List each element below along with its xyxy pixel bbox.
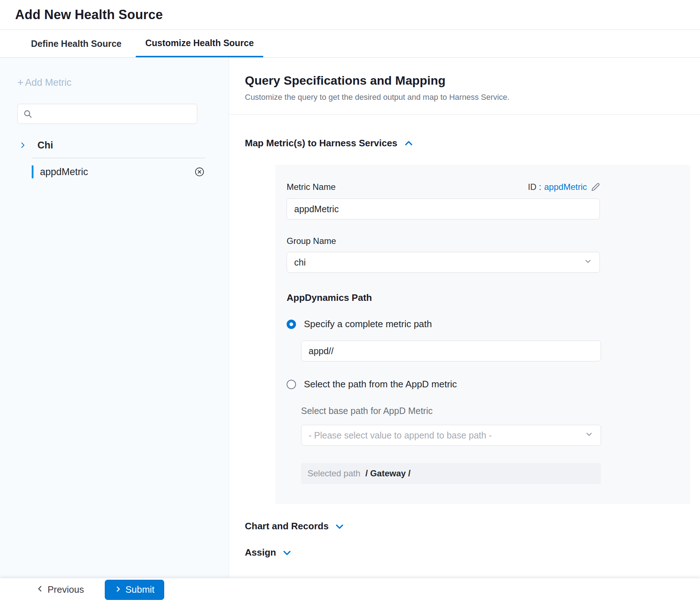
main-content: Query Specifications and Mapping Customi…: [229, 58, 700, 578]
base-path-placeholder: - Please select value to append to base …: [309, 430, 492, 441]
page-header: Add New Health Source: [0, 0, 700, 30]
radio-select-path-label: Select the path from the AppD metric: [304, 379, 457, 390]
selected-path-box: Selected path / Gateway /: [301, 463, 601, 484]
id-value[interactable]: appdMetric: [544, 182, 587, 192]
metric-search: [17, 104, 197, 124]
metric-mapping-panel: Metric Name ID : appdMetric Gr: [275, 165, 690, 504]
add-metric-button[interactable]: + Add Metric: [17, 76, 229, 89]
selected-path-label: Selected path: [308, 468, 360, 478]
plus-icon: +: [17, 76, 24, 89]
metric-tree: Chi appdMetric: [17, 136, 229, 180]
map-metrics-section-header[interactable]: Map Metric(s) to Harness Services: [245, 138, 700, 149]
chevron-left-icon: [36, 584, 44, 595]
chevron-down-icon: [585, 430, 593, 441]
metric-list-item[interactable]: appdMetric: [17, 164, 229, 180]
add-metric-label: Add Metric: [25, 77, 72, 88]
tab-bar: Define Health Source Customize Health So…: [0, 30, 700, 58]
metric-name-label: Metric Name: [287, 182, 336, 192]
metric-group-label: Chi: [37, 140, 53, 151]
metrics-sidebar: + Add Metric: [0, 58, 229, 578]
metric-group-row[interactable]: Chi: [17, 136, 229, 154]
search-icon: [23, 109, 32, 120]
add-health-source-page: Add New Health Source Define Health Sour…: [0, 0, 700, 601]
search-input[interactable]: [17, 104, 197, 124]
edit-pencil-icon[interactable]: [591, 183, 600, 191]
radio-select-appd-path[interactable]: Select the path from the AppD metric: [287, 379, 690, 390]
chart-and-records-section[interactable]: Chart and Records: [245, 521, 700, 532]
metric-id: ID : appdMetric: [528, 182, 600, 192]
assign-section[interactable]: Assign: [245, 547, 700, 558]
content-divider: [229, 114, 700, 115]
footer-bar: Previous Submit: [0, 578, 700, 601]
radio-complete-metric-path[interactable]: Specify a complete metric path: [287, 319, 690, 330]
submit-button[interactable]: Submit: [105, 580, 164, 600]
tree-divider: [32, 158, 205, 158]
tab-customize-health-source[interactable]: Customize Health Source: [136, 30, 263, 57]
section-page-subtitle: Customize the query to get the desired o…: [245, 93, 700, 102]
chevron-right-icon[interactable]: [19, 141, 27, 149]
chevron-down-icon[interactable]: [335, 521, 345, 531]
metric-item-label: appdMetric: [40, 166, 88, 178]
previous-button-label: Previous: [48, 584, 84, 595]
selected-path-value: / Gateway /: [365, 468, 410, 478]
base-path-label: Select base path for AppD Metric: [301, 406, 690, 416]
selected-indicator-bar: [32, 165, 33, 178]
id-label: ID :: [528, 182, 541, 192]
appdynamics-path-title: AppDynamics Path: [287, 292, 690, 303]
page-body: + Add Metric: [0, 58, 700, 578]
metric-name-input[interactable]: [287, 199, 600, 219]
assign-title: Assign: [245, 547, 276, 558]
complete-metric-path-input[interactable]: [301, 340, 601, 361]
tab-define-health-source[interactable]: Define Health Source: [22, 30, 131, 57]
radio-selected-icon[interactable]: [287, 320, 296, 329]
group-name-value: chi: [294, 257, 306, 268]
radio-complete-path-label: Specify a complete metric path: [304, 319, 432, 330]
chevron-down-icon: [584, 257, 592, 268]
submit-button-label: Submit: [125, 584, 154, 595]
radio-unselected-icon[interactable]: [287, 380, 296, 389]
page-title: Add New Health Source: [15, 7, 163, 22]
previous-button[interactable]: Previous: [36, 584, 84, 595]
group-name-select[interactable]: chi: [287, 252, 600, 273]
group-name-label: Group Name: [287, 236, 690, 246]
map-metrics-section-title: Map Metric(s) to Harness Services: [245, 138, 397, 149]
chevron-right-icon: [115, 584, 122, 595]
chart-and-records-title: Chart and Records: [245, 521, 329, 532]
remove-metric-icon[interactable]: [194, 166, 205, 177]
base-path-select[interactable]: - Please select value to append to base …: [301, 425, 601, 446]
chevron-up-icon[interactable]: [404, 138, 414, 148]
section-page-title: Query Specifications and Mapping: [245, 74, 700, 88]
chevron-down-icon[interactable]: [282, 548, 292, 558]
